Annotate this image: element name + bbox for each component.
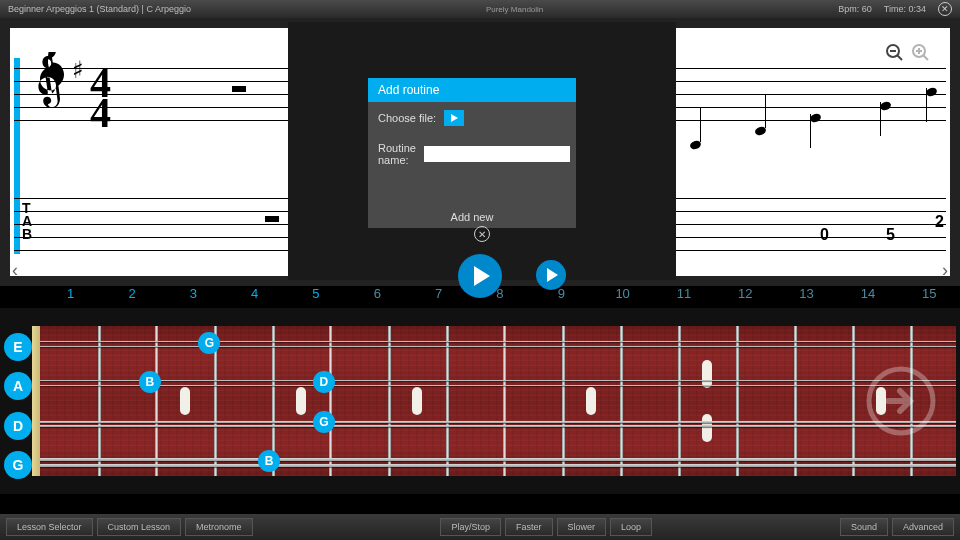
lesson-selector-button[interactable]: Lesson Selector [6,518,93,536]
fret-number: 1 [40,286,101,308]
fret-number: 15 [899,286,960,308]
bpm-label: Bpm: 60 [838,4,872,14]
note-stem-icon [926,88,927,122]
fret-number: 11 [653,286,714,308]
add-new-button[interactable]: Add new [368,206,576,228]
note-stem-icon [880,102,881,136]
time-signature: 4 4 [90,68,111,128]
open-string-note: A [4,372,32,400]
custom-lesson-button[interactable]: Custom Lesson [97,518,182,536]
sound-button[interactable]: Sound [840,518,888,536]
loop-button[interactable]: Loop [610,518,652,536]
fret-number: 12 [715,286,776,308]
choose-file-label: Choose file: [378,112,436,124]
tab-label: T A B [22,202,32,241]
fretboard: G B D G B E A D G [0,308,960,494]
play-small-button[interactable] [536,260,566,290]
tab-number: 5 [886,226,895,244]
fret-number: 3 [163,286,224,308]
modal-close-icon[interactable]: ✕ [474,226,490,242]
time-sig-bottom: 4 [90,98,111,128]
neck[interactable]: G B D G B [40,326,956,476]
add-routine-modal: Add routine Choose file: Routine name: A… [368,78,576,228]
fret-number: 6 [347,286,408,308]
svg-line-1 [897,55,902,60]
fret-number: 13 [776,286,837,308]
nut [32,326,40,476]
faster-button[interactable]: Faster [505,518,553,536]
play-stop-button[interactable]: Play/Stop [440,518,501,536]
zoom-out-icon[interactable] [884,42,906,64]
brand-label: Purely Mandolin [486,5,543,14]
zoom-in-icon[interactable] [910,42,932,64]
routine-name-label: Routine name: [378,142,416,166]
close-icon[interactable]: ✕ [938,2,952,16]
fret-number: 10 [592,286,653,308]
note-stem-icon [765,94,766,128]
rest-icon [232,86,246,92]
rest-icon [265,216,279,222]
bottom-bar: Lesson Selector Custom Lesson Metronome … [0,514,960,540]
fret-number: 7 [408,286,469,308]
routine-name-input[interactable] [424,146,570,162]
key-signature-sharp: ♯ [72,56,84,84]
fretted-note: G [313,411,335,433]
next-arrow-icon[interactable]: › [942,260,948,281]
fret-number: 14 [837,286,898,308]
time-label: Time: 0:34 [884,4,926,14]
note-stem-icon [810,114,811,148]
fret-number: 4 [224,286,285,308]
fretted-note: D [313,371,335,393]
fret-number: 5 [285,286,346,308]
tab-number: 0 [820,226,829,244]
lesson-title: Beginner Arpeggios 1 (Standard) | C Arpe… [8,4,191,14]
fret-number: 2 [101,286,162,308]
fret-number: 9 [531,286,592,308]
advanced-button[interactable]: Advanced [892,518,954,536]
play-button[interactable] [458,254,502,298]
modal-title: Add routine [368,78,576,102]
open-string-note: D [4,412,32,440]
top-bar: Beginner Arpeggios 1 (Standard) | C Arpe… [0,0,960,18]
open-string-note: G [4,451,32,479]
note-stem-icon [700,108,701,142]
metronome-button[interactable]: Metronome [185,518,253,536]
next-section-icon[interactable] [866,366,936,436]
fretted-note: B [258,450,280,472]
svg-line-4 [923,55,928,60]
fretted-note: B [139,371,161,393]
tab-number: 2 [935,213,944,231]
modal-overlay: Add routine Choose file: Routine name: A… [288,22,676,280]
open-string-note: E [4,333,32,361]
prev-arrow-icon[interactable]: ‹ [12,260,18,281]
treble-clef-icon [24,52,72,136]
slower-button[interactable]: Slower [557,518,607,536]
choose-file-button[interactable] [444,110,464,126]
fretted-note: G [198,332,220,354]
